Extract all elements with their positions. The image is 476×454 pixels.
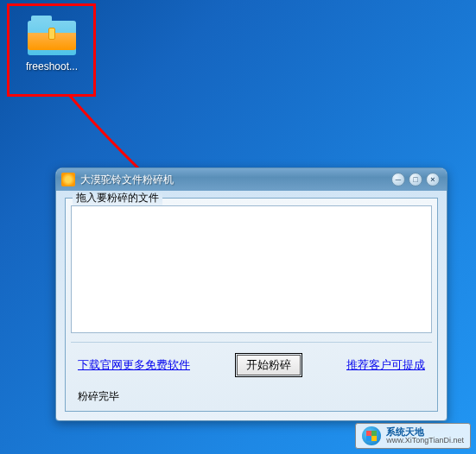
file-drop-area[interactable] bbox=[71, 205, 432, 333]
window-body: 拖入要粉碎的文件 下载官网更多免费软件 开始粉碎 推荐客户可提成 粉碎完毕 bbox=[56, 191, 447, 420]
drop-group: 拖入要粉碎的文件 下载官网更多免费软件 开始粉碎 推荐客户可提成 粉碎完毕 bbox=[65, 198, 438, 412]
desktop-icon-label: freeshoot... bbox=[17, 60, 86, 73]
start-shred-button[interactable]: 开始粉碎 bbox=[237, 355, 301, 375]
status-text: 粉碎完毕 bbox=[71, 382, 432, 406]
group-legend: 拖入要粉碎的文件 bbox=[73, 191, 162, 205]
app-window: 大漠驼铃文件粉碎机 ─ □ × 拖入要粉碎的文件 下载官网更多免费软件 开始粉碎… bbox=[55, 167, 447, 421]
watermark: 系统天地 www.XiTongTianDi.net bbox=[355, 423, 471, 449]
minimize-button[interactable]: ─ bbox=[391, 173, 405, 186]
referral-link[interactable]: 推荐客户可提成 bbox=[346, 357, 425, 373]
titlebar[interactable]: 大漠驼铃文件粉碎机 ─ □ × bbox=[56, 168, 447, 191]
watermark-logo-icon bbox=[362, 426, 381, 445]
window-title: 大漠驼铃文件粉碎机 bbox=[80, 173, 174, 187]
close-button[interactable]: × bbox=[426, 173, 440, 186]
desktop-icon-freeshoot[interactable]: freeshoot... bbox=[17, 9, 86, 73]
zip-folder-icon bbox=[28, 16, 76, 55]
download-more-link[interactable]: 下载官网更多免费软件 bbox=[78, 357, 190, 373]
watermark-url: www.XiTongTianDi.net bbox=[386, 437, 464, 445]
app-icon bbox=[61, 173, 75, 186]
maximize-button[interactable]: □ bbox=[409, 173, 422, 186]
